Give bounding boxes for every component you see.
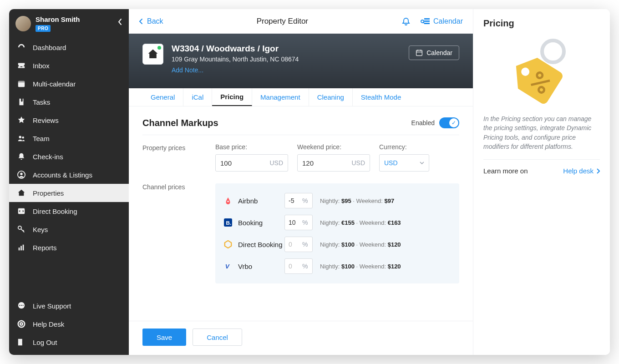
channel-name: Airbnb xyxy=(238,197,284,205)
currency-suffix: USD xyxy=(269,159,283,167)
base-price-field[interactable] xyxy=(220,159,267,167)
sidebar-item-label: Dashboard xyxy=(33,44,66,51)
add-note-link[interactable]: Add Note... xyxy=(172,66,299,74)
back-button[interactable]: Back xyxy=(139,17,163,25)
sidebar-item-label: Multi-calendar xyxy=(33,80,76,88)
channel-name: Direct Booking xyxy=(238,241,284,248)
team-icon xyxy=(17,134,26,142)
svg-point-27 xyxy=(542,40,564,62)
chevron-down-icon xyxy=(420,162,424,164)
calendar-button-label: Calendar xyxy=(426,49,452,56)
vrbo-icon: V xyxy=(223,262,233,271)
sidebar-item-reviews[interactable]: Reviews xyxy=(9,111,129,129)
tab-management[interactable]: Management xyxy=(252,88,309,106)
channel-prices-panel: Airbnb % Nightly: $95 · Weekend: $97 B. … xyxy=(215,183,459,283)
sidebar-item-checkins[interactable]: Check-ins xyxy=(9,147,129,166)
sidebar-item-label: Properties xyxy=(33,189,64,197)
channel-percent-input[interactable]: % xyxy=(284,215,313,230)
sidebar-item-team[interactable]: Team xyxy=(9,129,129,147)
collapse-sidebar-icon[interactable] xyxy=(118,18,122,25)
tab-stealth-mode[interactable]: Stealth Mode xyxy=(353,88,409,106)
currency-suffix: USD xyxy=(351,159,365,167)
user-profile[interactable]: Sharon Smith PRO xyxy=(9,9,129,37)
sidebar-item-keys[interactable]: Keys xyxy=(9,220,129,238)
weekend-price-input[interactable]: USD xyxy=(297,154,370,172)
percent-field[interactable] xyxy=(289,197,300,204)
percent-field[interactable] xyxy=(289,241,300,248)
sidebar-item-properties[interactable]: Properties xyxy=(9,184,129,202)
sidebar-item-reports[interactable]: Reports xyxy=(9,238,129,257)
percent-suffix: % xyxy=(302,241,308,248)
key-icon xyxy=(17,225,26,233)
nav-footer: Live Support Help Desk Log Out xyxy=(9,297,129,355)
svg-point-7 xyxy=(18,226,21,229)
chevron-right-icon xyxy=(596,168,600,174)
sidebar-item-help-desk[interactable]: Help Desk xyxy=(9,315,129,333)
svg-rect-18 xyxy=(424,18,430,20)
channel-percent-input[interactable]: % xyxy=(284,193,313,208)
save-label: Save xyxy=(157,334,172,341)
base-price-label: Base price: xyxy=(215,143,288,151)
weekend-price-label: Weekend price: xyxy=(297,143,370,151)
channel-percent-input[interactable]: % xyxy=(284,237,313,252)
cancel-button[interactable]: Cancel xyxy=(193,329,242,346)
tab-general[interactable]: General xyxy=(142,88,183,106)
info-panel: Pricing In the Pricing section you can m… xyxy=(473,9,610,355)
percent-field[interactable] xyxy=(289,263,300,270)
sidebar-item-label: Accounts & Listings xyxy=(33,171,92,179)
calendar-button[interactable]: Calendar xyxy=(409,46,459,60)
direct-booking-icon xyxy=(223,240,233,249)
svg-rect-22 xyxy=(416,50,422,56)
sidebar-item-inbox[interactable]: Inbox xyxy=(9,56,129,75)
chart-icon xyxy=(17,243,26,252)
sidebar-item-dashboard[interactable]: Dashboard xyxy=(9,38,129,56)
sidebar-item-accounts-listings[interactable]: Accounts & Listings xyxy=(9,166,129,184)
sidebar-item-direct-booking[interactable]: Direct Booking xyxy=(9,202,129,220)
channel-row-airbnb: Airbnb % Nightly: $95 · Weekend: $97 xyxy=(223,190,451,212)
channel-percent-input[interactable]: % xyxy=(284,258,313,274)
percent-field[interactable] xyxy=(289,219,300,226)
info-title: Pricing xyxy=(483,18,600,29)
calendar-search-icon xyxy=(421,17,431,25)
sidebar: Sharon Smith PRO Dashboard Inbox Multi-c… xyxy=(9,9,129,355)
sidebar-item-multi-calendar[interactable]: Multi-calendar xyxy=(9,75,129,93)
channel-row-booking: B. Booking % Nightly: €155 · Weekend: €1… xyxy=(223,212,451,233)
pricing-tag-illustration xyxy=(483,37,600,110)
svg-point-2 xyxy=(19,136,21,138)
sidebar-item-tasks[interactable]: Tasks xyxy=(9,93,129,111)
nav: Dashboard Inbox Multi-calendar Tasks Rev… xyxy=(9,37,129,297)
sidebar-item-label: Keys xyxy=(33,226,48,233)
footer-bar: Save Cancel xyxy=(129,321,473,355)
weekend-price-field[interactable] xyxy=(302,159,349,167)
calendar-search-link[interactable]: Calendar xyxy=(421,17,463,25)
tab-label: General xyxy=(151,93,175,101)
svg-point-16 xyxy=(20,323,22,325)
avatar xyxy=(15,16,31,31)
channel-summary: Nightly: €155 · Weekend: €163 xyxy=(320,219,401,226)
back-label: Back xyxy=(147,17,163,25)
tab-cleaning[interactable]: Cleaning xyxy=(309,88,353,106)
tab-pricing[interactable]: Pricing xyxy=(212,88,252,106)
notifications-icon[interactable] xyxy=(401,17,411,26)
help-desk-link[interactable]: Help desk xyxy=(563,167,600,175)
base-price-input[interactable]: USD xyxy=(215,154,288,172)
svg-point-5 xyxy=(20,173,22,175)
page-title: Property Editor xyxy=(163,17,401,26)
sidebar-item-log-out[interactable]: Log Out xyxy=(9,333,129,351)
sidebar-item-label: Log Out xyxy=(33,339,57,346)
sidebar-item-label: Inbox xyxy=(33,62,50,70)
currency-select[interactable]: USD xyxy=(379,154,429,172)
save-button[interactable]: Save xyxy=(142,329,186,346)
tasks-icon xyxy=(17,98,26,106)
percent-suffix: % xyxy=(302,263,308,270)
sidebar-item-live-support[interactable]: Live Support xyxy=(9,297,129,315)
tab-label: Cleaning xyxy=(317,93,344,101)
enabled-toggle[interactable] xyxy=(439,117,459,128)
sidebar-item-label: Direct Booking xyxy=(33,207,77,215)
inbox-icon xyxy=(17,61,26,70)
currency-label: Currency: xyxy=(379,143,429,151)
svg-point-3 xyxy=(22,136,24,139)
svg-rect-17 xyxy=(18,339,22,345)
tab-ical[interactable]: iCal xyxy=(183,88,212,106)
tab-label: Management xyxy=(260,93,300,101)
